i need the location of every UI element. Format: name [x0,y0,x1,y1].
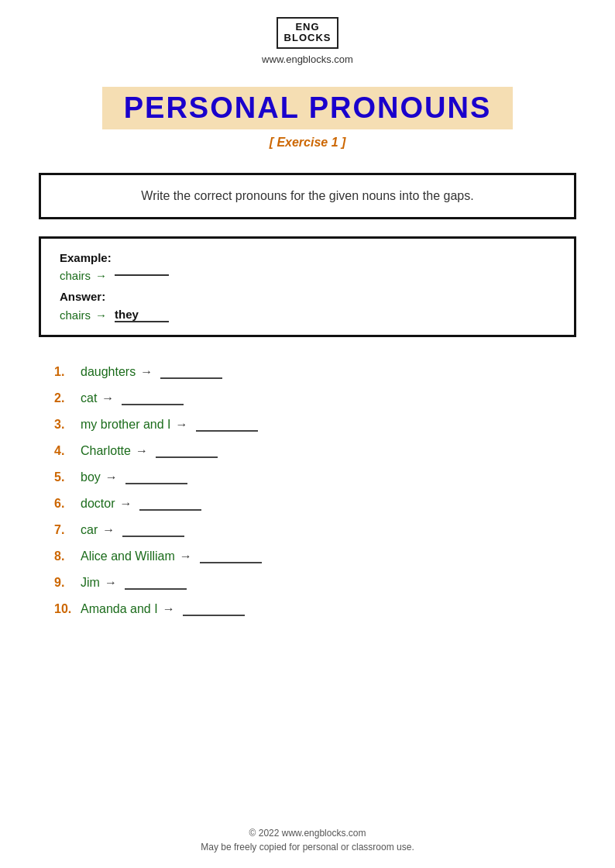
list-item: 7. car → [54,518,576,542]
item-number: 2. [54,391,76,405]
list-item: 2. cat → [54,387,576,410]
item-arrow: → [180,549,192,563]
item-number: 10. [54,602,76,616]
website-url: www.engblocks.com [262,53,353,65]
item-noun: boy [81,470,101,484]
item-noun: Charlotte [81,444,131,458]
list-item: 1. daughters → [54,360,576,384]
item-number: 1. [54,365,76,379]
item-noun: Amanda and I [81,602,158,616]
item-noun: doctor [81,497,115,511]
item-noun: Jim [81,576,100,590]
item-number: 4. [54,444,76,458]
list-item: 9. Jim → [54,571,576,594]
answer-blank[interactable] [200,549,262,563]
logo-line3: CKS [308,32,331,43]
logo-box: ENG BLOCKS [277,17,339,49]
list-item: 4. Charlotte → [54,439,576,463]
answer-label: Answer: [60,290,555,303]
answer-blank[interactable] [139,497,201,511]
item-number: 3. [54,418,76,432]
logo-line2: BLOCKS [284,33,332,43]
answer-noun: chairs [60,308,91,322]
item-noun: cat [81,391,97,405]
item-number: 9. [54,576,76,590]
example-blank[interactable] [115,274,169,276]
item-noun: car [81,523,98,537]
list-item: 3. my brother and I → [54,413,576,436]
item-arrow: → [119,497,132,511]
answer-row: chairs → they [60,308,555,322]
footer: © 2022 www.engblocks.com May be freely c… [39,804,576,868]
answer-blank[interactable] [122,391,184,405]
answer-pronoun: they [115,308,169,322]
item-arrow: → [105,576,117,590]
list-item: 8. Alice and William → [54,545,576,568]
answer-blank[interactable] [160,365,222,379]
item-arrow: → [163,602,175,616]
answer-blank[interactable] [125,576,187,590]
example-label: Example: [60,251,555,264]
answer-blank[interactable] [122,523,184,537]
item-arrow: → [105,470,118,484]
page: ENG BLOCKS www.engblocks.com PERSONAL PR… [0,0,615,868]
example-noun: chairs [60,269,91,282]
item-number: 6. [54,497,76,511]
item-arrow: → [140,365,153,379]
item-arrow: → [102,523,115,537]
answer-blank[interactable] [156,444,218,458]
list-item: 6. doctor → [54,492,576,515]
logo-line1: ENG [284,22,332,33]
answer-blank[interactable] [196,418,258,432]
item-number: 5. [54,470,76,484]
example-arrow: → [95,269,107,282]
main-title: PERSONAL PRONOUNS [102,87,514,129]
instruction-box: Write the correct pronouns for the given… [39,173,576,219]
subtitle: [ Exercise 1 ] [39,136,576,150]
answer-arrow: → [95,308,107,322]
title-area: PERSONAL PRONOUNS [ Exercise 1 ] [39,87,576,150]
list-item: 10. Amanda and I → [54,598,576,621]
item-noun: my brother and I [81,418,171,432]
answer-blank[interactable] [183,602,245,616]
exercise-list: 1. daughters → 2. cat → 3. my brother an… [39,360,576,621]
item-number: 7. [54,523,76,537]
item-arrow: → [176,418,188,432]
footer-copyright: © 2022 www.engblocks.com [39,828,576,839]
item-arrow: → [101,391,114,405]
item-noun: Alice and William [81,549,175,563]
list-item: 5. boy → [54,466,576,489]
instruction-text: Write the correct pronouns for the given… [141,189,473,202]
footer-note: May be freely copied for personal or cla… [39,842,576,852]
example-row: chairs → [60,269,555,282]
answer-blank[interactable] [125,470,187,484]
logo-area: ENG BLOCKS www.engblocks.com [262,17,353,65]
item-arrow: → [136,444,148,458]
item-number: 8. [54,549,76,563]
item-noun: daughters [81,365,136,379]
example-box: Example: chairs → Answer: chairs → they [39,236,576,337]
